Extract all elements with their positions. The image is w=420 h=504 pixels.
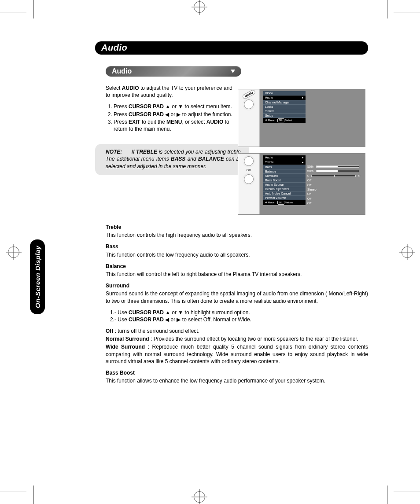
content-area: Audio Audio Select AUDIO to adjust the T… bbox=[95, 41, 368, 175]
osd-row: Audio▸ bbox=[263, 96, 306, 100]
osd-value: Off bbox=[307, 196, 360, 201]
text: If bbox=[132, 149, 136, 155]
osd-menu: VideoAudio▸Channel ManagerLocksTimersSet… bbox=[263, 91, 306, 123]
crop-mark bbox=[394, 492, 420, 492]
osd-row: Bass Boost bbox=[263, 178, 306, 183]
section-tab-label: On-Screen Display bbox=[34, 246, 41, 308]
osd-row: Treble▸ bbox=[263, 160, 306, 165]
remote-hint: MENU bbox=[238, 89, 260, 147]
def-text: This function controls the low frequency… bbox=[106, 251, 368, 258]
osd-row: Internal Speakers bbox=[263, 187, 306, 191]
tv-figure-audio-menu: OR Audio▾Treble▸BassBalanceSurroundBass … bbox=[238, 153, 365, 215]
osd-values: 50%50%LROffOffStereoOnOffOff bbox=[307, 160, 360, 206]
def-text: Wide Surround : Reproduce much better qu… bbox=[106, 343, 368, 365]
osd-value: 50% bbox=[307, 164, 360, 169]
crop-mark bbox=[33, 0, 33, 18]
step-item: Press CURSOR PAD ◀ or ▶ to adjust the fu… bbox=[114, 111, 232, 118]
surround-steps: Use CURSOR PAD ▲ or ▼ to highlight surro… bbox=[106, 309, 368, 323]
def-text: This function controls the high frequenc… bbox=[106, 232, 368, 239]
osd-value: Off bbox=[307, 201, 360, 206]
def-text: This function allows to enhance the low … bbox=[106, 377, 368, 384]
osd-row: Auto Noise Cancel bbox=[263, 191, 306, 196]
crop-mark bbox=[387, 0, 387, 18]
def-text: Off : turns off the surround sound effec… bbox=[106, 327, 368, 335]
crop-mark bbox=[387, 486, 387, 504]
osd-value: LR bbox=[307, 173, 360, 178]
osd-row: Locks bbox=[263, 105, 306, 109]
menu-button-icon: MENU bbox=[242, 89, 256, 99]
osd-row: Perfect Volume bbox=[263, 196, 306, 200]
osd-value: Off bbox=[307, 178, 360, 183]
cursor-pad-icon bbox=[244, 99, 254, 109]
or-label: OR bbox=[247, 169, 251, 172]
osd-menu: Audio▾Treble▸BassBalanceSurroundBass Boo… bbox=[263, 155, 306, 205]
osd-row: Setup bbox=[263, 114, 306, 118]
osd-footer: ✥ MoveSELSelect bbox=[263, 118, 306, 123]
osd-value: Off bbox=[307, 183, 360, 187]
registration-mark-icon bbox=[402, 246, 413, 258]
osd-row: Bass bbox=[263, 165, 306, 169]
osd-row: Audio Source bbox=[263, 183, 306, 187]
def-heading-bass-boost: Bass Boost bbox=[106, 369, 368, 376]
osd-row: Timers bbox=[263, 109, 306, 114]
def-heading-bass: Bass bbox=[106, 243, 368, 250]
section-heading-label: Audio bbox=[112, 67, 132, 75]
text-bold: AUDIO bbox=[122, 85, 139, 91]
text-bold: BASS bbox=[171, 156, 185, 162]
definitions: Treble This function controls the high f… bbox=[106, 219, 368, 385]
osd-value: Stereo bbox=[307, 187, 360, 191]
osd-row: Balance bbox=[263, 169, 306, 174]
steps-list: Press CURSOR PAD ▲ or ▼ to select menu i… bbox=[106, 103, 232, 132]
text: Select bbox=[106, 85, 122, 91]
note-box: NOTE: If TREBLE is selected you are adju… bbox=[95, 144, 249, 175]
step-item: Press EXIT to quit the MENU, or select A… bbox=[114, 118, 232, 132]
crop-mark bbox=[0, 12, 26, 12]
figures: MENU VideoAudio▸Channel ManagerLocksTime… bbox=[238, 89, 365, 221]
osd-value: 50% bbox=[307, 169, 360, 173]
tv-figure-main-menu: MENU VideoAudio▸Channel ManagerLocksTime… bbox=[238, 89, 365, 147]
remote-hint: OR bbox=[238, 154, 260, 214]
step-item: Press CURSOR PAD ▲ or ▼ to select menu i… bbox=[114, 103, 232, 110]
registration-mark-icon bbox=[194, 1, 205, 13]
text-bold: BALANCE bbox=[198, 156, 224, 162]
intro-text: Select AUDIO to adjust the TV to your pr… bbox=[106, 85, 232, 132]
def-text: This function will control the left to r… bbox=[106, 271, 368, 278]
note-label: NOTE: bbox=[106, 149, 122, 155]
osd-header: Audio▾ bbox=[263, 155, 306, 160]
def-heading-surround: Surround bbox=[106, 282, 368, 289]
registration-mark-icon bbox=[194, 491, 205, 503]
text: and bbox=[185, 156, 198, 162]
osd-footer: ✥ MoveSELReturn bbox=[263, 200, 306, 205]
triangle-down-icon bbox=[231, 70, 235, 73]
osd-row: Video bbox=[263, 91, 306, 96]
crop-mark bbox=[394, 12, 420, 12]
cursor-pad-icon bbox=[244, 174, 254, 184]
list-item: Use CURSOR PAD ▲ or ▼ to highlight surro… bbox=[110, 309, 368, 316]
exit-button-icon bbox=[244, 156, 254, 166]
section-heading: Audio bbox=[106, 66, 241, 77]
list-item: Use CURSOR PAD ◀ or ▶ to select Off, Nor… bbox=[110, 316, 368, 323]
crop-mark bbox=[33, 486, 33, 504]
section-tab: On-Screen Display bbox=[30, 239, 45, 314]
crop-mark bbox=[0, 492, 26, 492]
osd-row: Channel Manager bbox=[263, 100, 306, 105]
def-text: Surround sound is the concept of expandi… bbox=[106, 290, 368, 304]
def-heading-balance: Balance bbox=[106, 263, 368, 270]
def-text: Normal Surround : Provides the surround … bbox=[106, 335, 368, 342]
def-heading-treble: Treble bbox=[106, 224, 368, 231]
osd-row: Surround bbox=[263, 174, 306, 178]
text-bold: TREBLE bbox=[136, 149, 157, 155]
manual-page: On-Screen Display Audio Audio Select AUD… bbox=[0, 0, 420, 504]
page-title: Audio bbox=[95, 41, 368, 55]
osd-value: On bbox=[307, 192, 360, 196]
registration-mark-icon bbox=[8, 246, 19, 258]
